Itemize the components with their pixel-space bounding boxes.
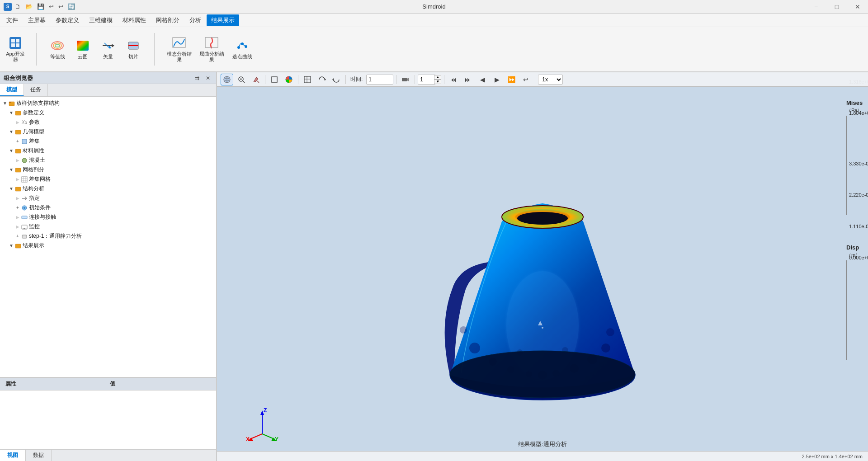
svg-rect-93 — [847, 261, 847, 360]
toggle-params[interactable]: ▶ — [14, 119, 21, 126]
toolbar-group-analysis: 模态分析结果 屈曲分析结果 选点曲线 — [164, 34, 256, 65]
toggle-concrete[interactable]: ▶ — [14, 157, 21, 164]
tree-node-concrete[interactable]: ▶ 混凝土 — [0, 155, 216, 165]
toolbar-contour[interactable]: 等值线 — [46, 37, 69, 61]
toolbar-buckling-result[interactable]: 屈曲分析结果 — [196, 34, 227, 65]
quickaccess-undo2[interactable]: ↩ — [57, 3, 65, 10]
bottom-tab-data[interactable]: 数据 — [26, 450, 52, 461]
menu-item-材料属性[interactable]: 材料属性 — [118, 14, 151, 26]
toggle-connect[interactable]: ▶ — [14, 214, 21, 221]
tab-model[interactable]: 模型 — [0, 84, 24, 96]
toggle-init-cond[interactable]: + — [14, 205, 21, 211]
bottom-tab-view[interactable]: 视图 — [0, 450, 26, 461]
menu-bar: 文件主屏幕参数定义三维建模材料属性网格剖分分析结果展示 — [0, 14, 868, 27]
tree-node-params-def[interactable]: ▼ 参数定义 — [0, 108, 216, 118]
quickaccess-open[interactable]: 📂 — [24, 3, 34, 10]
tree-node-init-cond[interactable]: + 初始条件 — [0, 203, 216, 212]
menu-item-三维建模[interactable]: 三维建模 — [85, 14, 117, 26]
frame-up[interactable]: ▲ — [434, 75, 441, 80]
vp-reset-btn[interactable] — [330, 74, 343, 85]
vp-sep-1 — [265, 75, 265, 84]
tab-task[interactable]: 任务 — [24, 84, 48, 96]
vp-play[interactable]: ▶ — [491, 74, 503, 85]
label-monitor: 监控 — [29, 223, 40, 230]
toolbar-curve[interactable]: 选点曲线 — [229, 37, 256, 61]
disp-mid1: 2.220e-07 — [849, 192, 868, 198]
tree-node-params[interactable]: ▶ Xu 参数 — [0, 118, 216, 127]
toggle-mesh-diff[interactable]: ▶ — [14, 176, 21, 183]
close-button[interactable]: ✕ — [847, 0, 868, 14]
viewport-3d — [217, 87, 868, 451]
props-header: 属性 值 — [0, 378, 216, 390]
toggle-geo-model[interactable]: ▼ — [8, 129, 14, 135]
tree-node-mesh-diff[interactable]: ▶ 差集网格 — [0, 174, 216, 184]
tree-node-step1[interactable]: + step-1：通用静力分析 — [0, 231, 216, 241]
vp-frame-btn[interactable] — [268, 74, 281, 85]
vp-paint-btn[interactable] — [250, 74, 262, 85]
frame-input[interactable] — [418, 75, 436, 85]
vp-skip-start[interactable]: ⏮ — [447, 74, 460, 85]
toolbar-vector[interactable]: 矢量 — [96, 37, 120, 61]
disp-min: 0.000e+00 — [849, 255, 868, 260]
menu-item-文件[interactable]: 文件 — [2, 14, 23, 26]
tree-node-root[interactable]: ▼ 放样切除支撑结构 — [0, 99, 216, 108]
quickaccess-undo[interactable]: ↩ — [47, 3, 55, 10]
toggle-root[interactable]: ▼ — [2, 100, 8, 107]
toggle-results[interactable]: ▼ — [8, 243, 14, 249]
toggle-diff[interactable]: + — [14, 138, 21, 145]
tree-node-assign[interactable]: ▶ 指定 — [0, 193, 216, 203]
panel-header-buttons: ⇉ ✕ — [193, 74, 212, 83]
vp-color-btn[interactable] — [283, 74, 295, 85]
panel-close-button[interactable]: ✕ — [203, 74, 212, 83]
vp-step-back[interactable]: ◀ — [476, 74, 489, 85]
app-developer-label: App开发器 — [5, 51, 26, 63]
menu-item-网格剖分[interactable]: 网格剖分 — [151, 14, 184, 26]
toggle-assign[interactable]: ▶ — [14, 195, 21, 202]
contour-icon — [50, 38, 65, 53]
vp-skip-end[interactable]: ↩ — [519, 74, 532, 85]
tree-node-diff[interactable]: + 差集 — [0, 136, 216, 146]
quickaccess-new[interactable]: 🗋 — [14, 3, 22, 10]
vp-zoom-btn[interactable] — [235, 74, 248, 85]
panel-pin-button[interactable]: ⇉ — [193, 74, 202, 83]
quickaccess-refresh[interactable]: 🔄 — [66, 3, 76, 10]
vp-sphere-btn[interactable] — [221, 74, 233, 85]
app-title: Simdroid — [422, 3, 445, 10]
tree-node-struct-analysis[interactable]: ▼ 结构分析 — [0, 184, 216, 193]
toolbar-modal-result[interactable]: 模态分析结果 — [164, 34, 194, 65]
menu-item-分析[interactable]: 分析 — [185, 14, 206, 26]
tree-node-monitor[interactable]: ▶ 监控 — [0, 222, 216, 231]
toggle-params-def[interactable]: ▼ — [8, 110, 14, 116]
frame-down[interactable]: ▼ — [434, 80, 441, 84]
window-controls: − □ ✕ — [806, 0, 868, 14]
toolbar-cloud[interactable]: 云图 — [71, 37, 94, 61]
svg-rect-33 — [15, 187, 21, 191]
vp-rotate-btn[interactable] — [316, 74, 328, 85]
maximize-button[interactable]: □ — [826, 0, 847, 14]
tree-node-results[interactable]: ▼ 结果展示 — [0, 241, 216, 250]
tree-node-connect[interactable]: ▶ 连接与接触 — [0, 212, 216, 222]
toggle-mesh[interactable]: ▼ — [8, 167, 14, 173]
toggle-step1[interactable]: + — [14, 233, 21, 240]
tree-node-geo-model[interactable]: ▼ 几何模型 — [0, 127, 216, 136]
toggle-struct-analysis[interactable]: ▼ — [8, 186, 14, 192]
tree-node-mesh[interactable]: ▼ 网格剖分 — [0, 165, 216, 174]
tree-node-material[interactable]: ▼ 材料属性 — [0, 146, 216, 155]
speed-select[interactable]: 1x 2x 0.5x — [538, 75, 563, 85]
toolbar-slice[interactable]: 切片 — [122, 37, 145, 61]
vp-cam-btn[interactable] — [399, 74, 412, 85]
vp-step-fwd[interactable]: ⏩ — [505, 74, 518, 85]
svg-point-71 — [601, 343, 610, 353]
menu-item-结果展示[interactable]: 结果展示 — [207, 14, 239, 26]
menu-item-主屏幕[interactable]: 主屏幕 — [24, 14, 50, 26]
modal-icon — [172, 36, 186, 50]
quickaccess-save[interactable]: 💾 — [36, 3, 46, 10]
menu-item-参数定义[interactable]: 参数定义 — [51, 14, 84, 26]
minimize-button[interactable]: − — [806, 0, 826, 14]
vp-grid-btn[interactable] — [301, 74, 314, 85]
toggle-monitor[interactable]: ▶ — [14, 224, 21, 230]
toggle-material[interactable]: ▼ — [8, 148, 14, 154]
vp-prev-frame[interactable]: ⏭ — [462, 74, 474, 85]
time-select[interactable] — [366, 75, 393, 85]
toolbar-app-developer[interactable]: App开发器 — [4, 34, 27, 65]
